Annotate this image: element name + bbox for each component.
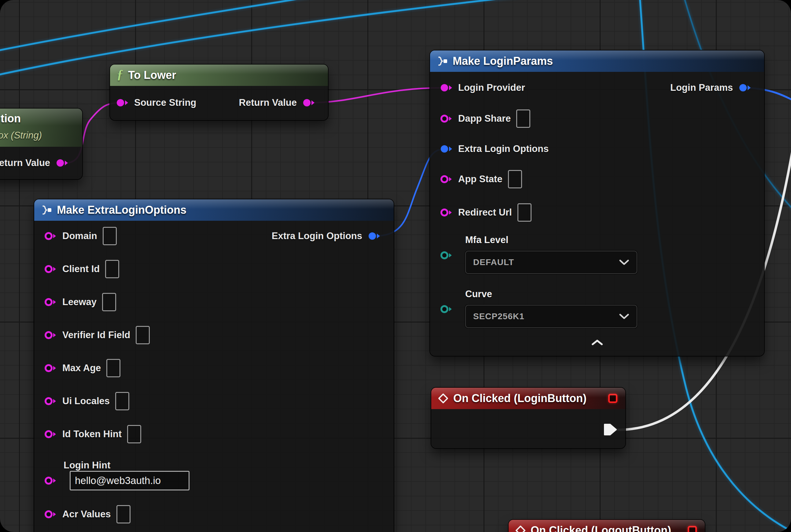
return-value-pin-icon[interactable] [302,98,315,108]
event-diamond-icon [515,525,526,532]
node-title: Make ExtraLoginOptions [57,204,187,216]
node-to-lower[interactable]: ƒ To Lower Source String Return Value [110,64,328,120]
pin-label-acr-values: Acr Values [62,509,111,520]
wire-pink-tolower-to-loginprovider[interactable] [309,88,445,103]
pin-label-verifier-id-field: Verifier Id Field [62,329,130,341]
app-state-pin-icon[interactable] [440,174,453,184]
pin-label-login-provider: Login Provider [458,82,525,93]
pin-label-leeway: Leeway [62,297,97,308]
mfa-level-pin-icon[interactable] [440,250,453,260]
login-params-out-pin-icon[interactable] [738,83,751,93]
node-on-clicked-logout-header: On Clicked (LogoutButton) [508,520,705,532]
pin-label-mfa-level: Mfa Level [465,234,508,246]
curve-dropdown[interactable]: SECP256K1 [465,305,637,328]
pin-label-domain: Domain [62,230,97,242]
domain-value-box[interactable] [103,227,117,245]
node-make-extra-login-options-header: Make ExtraLoginOptions [34,200,394,221]
pin-label-extra-login-options-out: Extra Login Options [272,230,362,242]
pin-label-max-age: Max Age [62,363,101,374]
source-string-pin-icon[interactable] [116,98,129,108]
id-token-hint-value-box[interactable] [127,425,141,443]
widget-event-red-square-icon [688,526,697,532]
domain-pin-icon[interactable] [44,231,57,241]
login-hint-input[interactable]: hello@web3auth.io [70,471,190,490]
node-subtitle: ox (String) [0,130,42,141]
chevron-down-icon [619,314,629,320]
pin-label-app-state: App State [458,174,502,185]
pin-label-login-params-out: Login Params [670,82,733,93]
pin-label-login-hint: Login Hint [63,460,110,471]
pin-label-curve: Curve [465,289,492,300]
chevron-down-icon [619,259,629,265]
node-make-login-params-header: Make LoginParams [430,51,764,72]
pin-label-ui-locales: Ui Locales [62,396,110,407]
login-provider-pin-icon[interactable] [440,83,453,93]
pin-label-client-id: Client Id [62,264,100,274]
redirect-url-pin-icon[interactable] [440,208,453,217]
blueprint-canvas[interactable]: tion ox (String) eturn Value ƒ To Lower … [0,0,791,532]
node-text-getter-header: tion ox (String) [0,109,82,147]
event-diamond-icon [438,393,448,404]
verifier-id-field-pin-icon[interactable] [44,330,57,340]
node-title: To Lower [128,69,176,82]
redirect-url-value-box[interactable] [518,203,532,222]
extra-login-options-in-pin-icon[interactable] [440,144,453,154]
node-on-clicked-login-button[interactable]: On Clicked (LoginButton) [431,388,625,448]
pin-label-source-string: Source String [134,97,196,108]
node-title: Make LoginParams [453,55,553,68]
ui-locales-pin-icon[interactable] [44,396,57,406]
max-age-value-box[interactable] [107,359,120,377]
dapp-share-value-box[interactable] [516,110,530,128]
verifier-id-field-value-box[interactable] [136,326,150,344]
mfa-level-value: DEFAULT [473,258,514,267]
pin-label-redirect-url: Redirect Url [458,207,512,218]
leeway-value-box[interactable] [102,293,116,311]
pin-label-return-value: eturn Value [0,157,50,169]
max-age-pin-icon[interactable] [44,363,57,373]
login-hint-pin-icon[interactable] [44,476,57,486]
dapp-share-pin-icon[interactable] [440,114,453,124]
exec-out-pin-icon[interactable] [603,423,617,436]
ui-locales-value-box[interactable] [115,392,129,410]
pin-label-id-token-hint: Id Token Hint [62,429,122,440]
node-on-clicked-logout-button[interactable]: On Clicked (LogoutButton) [508,520,705,532]
client-id-pin-icon[interactable] [44,264,57,274]
node-title: On Clicked (LogoutButton) [530,524,671,532]
login-hint-value: hello@web3auth.io [75,475,161,487]
client-id-value-box[interactable] [105,260,119,278]
pin-label-extra-login-options-in: Extra Login Options [458,144,548,154]
node-on-clicked-login-header: On Clicked (LoginButton) [431,388,625,409]
node-to-lower-header: ƒ To Lower [110,64,328,86]
acr-values-value-box[interactable] [116,505,131,524]
extra-login-options-out-pin-icon[interactable] [368,231,381,241]
leeway-pin-icon[interactable] [44,297,57,307]
mfa-level-dropdown[interactable]: DEFAULT [465,251,637,274]
make-struct-icon [437,56,448,66]
node-make-extra-login-options[interactable]: Make ExtraLoginOptions Extra Login Optio… [34,200,394,532]
collapse-node-chevron-icon[interactable] [590,339,604,346]
node-title: tion [1,112,21,125]
wire-cyan-topleft-1[interactable] [0,0,348,52]
widget-event-red-square-icon [608,394,617,403]
pin-label-return-value: Return Value [239,97,297,108]
function-f-icon: ƒ [117,68,123,81]
curve-pin-icon[interactable] [440,304,453,314]
return-value-pin-icon[interactable] [56,158,69,168]
id-token-hint-pin-icon[interactable] [44,429,57,439]
node-text-getter[interactable]: tion ox (String) eturn Value [0,109,82,179]
app-state-value-box[interactable] [508,170,522,188]
node-title: On Clicked (LoginButton) [453,392,586,405]
curve-value: SECP256K1 [473,311,524,321]
acr-values-pin-icon[interactable] [44,509,57,519]
node-make-login-params[interactable]: Make LoginParams Login Provider Login Pa… [430,51,764,356]
pin-label-dapp-share: Dapp Share [458,113,511,124]
make-struct-icon [41,205,52,215]
